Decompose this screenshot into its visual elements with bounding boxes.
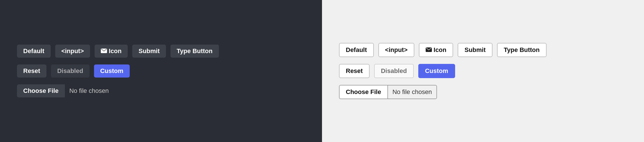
- light-reset-button[interactable]: Reset: [339, 64, 370, 78]
- light-file-row: Choose File No file chosen: [339, 85, 437, 99]
- dark-row-2: Reset Disabled Custom: [17, 64, 130, 78]
- light-row-2: Reset Disabled Custom: [339, 64, 455, 78]
- dark-icon-label: Icon: [109, 47, 121, 55]
- dark-type-button-button[interactable]: Type Button: [170, 45, 219, 58]
- light-icon-label: Icon: [434, 46, 446, 54]
- light-icon-button[interactable]: Icon: [419, 43, 453, 57]
- dark-file-row: Choose File No file chosen: [17, 84, 113, 97]
- dark-choose-file-button[interactable]: Choose File: [17, 84, 65, 97]
- light-row-1: Default <input> Icon Submit Type Button: [339, 43, 547, 57]
- dark-no-file-label: No file chosen: [65, 84, 113, 97]
- dark-disabled-button: Disabled: [51, 64, 89, 78]
- envelope-icon: [101, 47, 107, 55]
- dark-submit-button[interactable]: Submit: [132, 45, 166, 58]
- light-custom-button[interactable]: Custom: [418, 64, 455, 78]
- light-input-button[interactable]: <input>: [378, 43, 414, 57]
- dark-default-button[interactable]: Default: [17, 45, 51, 58]
- dark-input-button[interactable]: <input>: [55, 45, 90, 58]
- dark-panel: Default <input> Icon Submit Type Button …: [0, 0, 322, 142]
- light-disabled-button: Disabled: [374, 64, 414, 78]
- light-choose-file-button[interactable]: Choose File: [339, 85, 388, 99]
- light-no-file-label: No file chosen: [388, 85, 437, 99]
- dark-icon-button[interactable]: Icon: [95, 45, 128, 58]
- light-default-button[interactable]: Default: [339, 43, 374, 57]
- envelope-icon-light: [426, 46, 432, 54]
- dark-row-1: Default <input> Icon Submit Type Button: [17, 45, 219, 58]
- dark-reset-button[interactable]: Reset: [17, 64, 46, 78]
- light-type-button-button[interactable]: Type Button: [497, 43, 547, 57]
- light-submit-button[interactable]: Submit: [458, 43, 492, 57]
- dark-custom-button[interactable]: Custom: [94, 64, 130, 78]
- light-panel: Default <input> Icon Submit Type Button …: [322, 0, 644, 142]
